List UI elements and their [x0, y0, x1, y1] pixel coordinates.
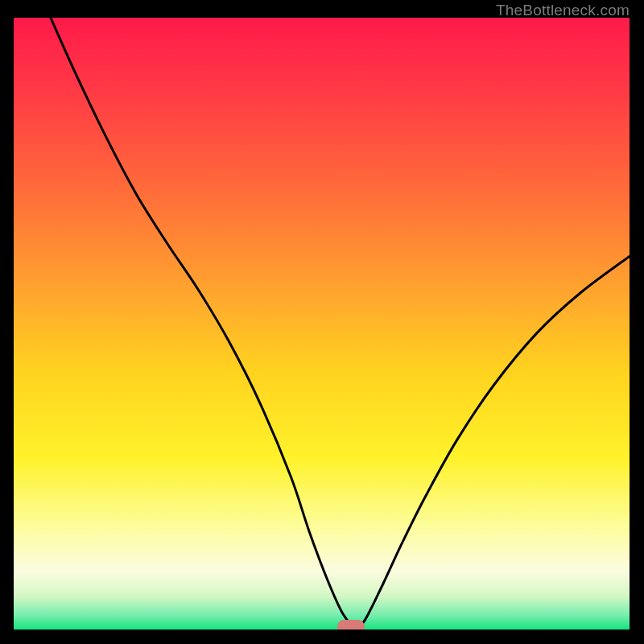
bottleneck-curve — [14, 18, 630, 630]
plot-area — [14, 18, 630, 630]
chart-frame: TheBottleneck.com — [0, 0, 644, 644]
optimum-marker — [337, 620, 365, 630]
watermark-text: TheBottleneck.com — [496, 2, 630, 19]
